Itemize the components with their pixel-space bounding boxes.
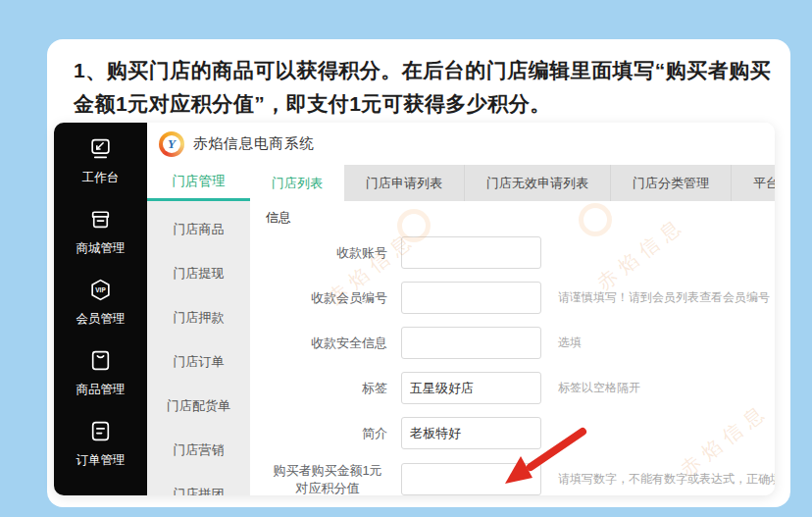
sidebar-item-label: 商品管理 <box>76 382 126 398</box>
form-row-tags: 标签 标签以空格隔开 <box>268 372 775 404</box>
secondary-sidebar: 门店管理 门店商品 门店提现 门店押款 门店订单 门店配货单 门店营销 门店拼团 <box>147 165 250 495</box>
field-label: 收款会员编号 <box>268 289 401 307</box>
mall-icon <box>88 207 113 235</box>
form-content: 赤焰信息 赤焰信息 赤焰信息 信息 收款账号 <box>250 201 775 495</box>
app-header: Y 赤焰信息电商系统 <box>147 123 775 165</box>
tab-store-applications[interactable]: 门店申请列表 <box>344 165 465 201</box>
field-hint: 标签以空格隔开 <box>558 380 640 396</box>
sidebar-item-label: 会员管理 <box>76 311 126 328</box>
panel-body: 门店管理 门店商品 门店提现 门店押款 门店订单 门店配货单 门店营销 门店拼团… <box>147 165 775 495</box>
form-row-payee-member-id: 收款会员编号 请谨慎填写！请到会员列表查看会员编号 <box>268 282 775 314</box>
primary-sidebar: 工作台 商城管理 VIP 会员管理 商品管理 <box>54 123 147 495</box>
form-row-payee-account: 收款账号 <box>268 236 775 269</box>
nav-store-withdraw[interactable]: 门店提现 <box>147 251 250 295</box>
nav-store-goods[interactable]: 门店商品 <box>147 207 250 251</box>
field-label: 标签 <box>268 380 401 397</box>
field-hint: 请填写数字，不能有数字或表达式，正确填 <box>558 471 775 488</box>
sidebar-item-label: 工作台 <box>82 170 120 186</box>
sidebar-item-label: 订单管理 <box>76 452 126 469</box>
field-hint: 请谨慎填写！请到会员列表查看会员编号 <box>558 289 770 306</box>
store-edit-form: 收款账号 收款会员编号 请谨慎填写！请到会员列表查看会员编号 收款安全信息 <box>250 227 775 495</box>
sidebar-item-members[interactable]: VIP 会员管理 <box>54 274 147 331</box>
nav-store-dispatch[interactable]: 门店配货单 <box>147 384 250 428</box>
panel-right: Y 赤焰信息电商系统 门店管理 门店商品 门店提现 门店押款 门店订单 门店配货… <box>147 123 775 495</box>
nav-store-management[interactable]: 门店管理 <box>147 165 250 201</box>
payee-member-id-input[interactable] <box>401 282 541 314</box>
field-label: 简介 <box>268 425 401 442</box>
form-row-intro: 简介 <box>268 417 775 449</box>
field-label: 收款账号 <box>268 244 401 262</box>
payee-account-input[interactable] <box>401 236 541 269</box>
field-label: 购买者购买金额1元对应积分值 <box>268 462 401 495</box>
tab-store-invalid-applications[interactable]: 门店无效申请列表 <box>465 165 611 201</box>
sidebar-item-workbench[interactable]: 工作台 <box>54 132 147 189</box>
admin-screenshot-panel: 工作台 商城管理 VIP 会员管理 商品管理 <box>54 123 775 495</box>
vip-icon: VIP <box>88 278 113 306</box>
field-label: 收款安全信息 <box>268 335 401 352</box>
tab-platform-collect[interactable]: 平台收 <box>732 165 775 201</box>
brand-logo-icon: Y <box>159 131 184 157</box>
nav-store-orders[interactable]: 门店订单 <box>147 339 250 384</box>
sidebar-item-mall[interactable]: 商城管理 <box>54 203 147 260</box>
nav-store-marketing[interactable]: 门店营销 <box>147 428 250 472</box>
tab-store-categories[interactable]: 门店分类管理 <box>611 165 732 201</box>
tutorial-card: 1、购买门店的商品可以获得积分。在后台的门店编辑里面填写“购买者购买金额1元对应… <box>47 39 790 507</box>
sidebar-item-orders[interactable]: 订单管理 <box>54 415 147 472</box>
field-hint: 选填 <box>558 335 582 351</box>
goods-icon <box>88 348 113 377</box>
svg-text:VIP: VIP <box>95 286 106 293</box>
section-title: 信息 <box>250 201 775 227</box>
tags-input[interactable] <box>401 372 541 404</box>
tab-store-list[interactable]: 门店列表 <box>250 165 344 201</box>
nav-store-groupbuy[interactable]: 门店拼团 <box>147 472 250 495</box>
secondary-nav-list: 门店商品 门店提现 门店押款 门店订单 门店配货单 门店营销 门店拼团 <box>147 201 250 495</box>
payee-security-info-input[interactable] <box>401 327 541 359</box>
form-row-payee-security-info: 收款安全信息 选填 <box>268 327 775 359</box>
sidebar-item-label: 商城管理 <box>76 240 126 257</box>
tutorial-heading: 1、购买门店的商品可以获得积分。在后台的门店编辑里面填写“购买者购买金额1元对应… <box>74 54 778 121</box>
order-icon <box>88 419 113 447</box>
form-row-points-per-yuan: 购买者购买金额1元对应积分值 请填写数字，不能有数字或表达式，正确填 <box>268 462 775 495</box>
workbench-icon <box>88 136 113 165</box>
main-area: 门店列表 门店申请列表 门店无效申请列表 门店分类管理 平台收 赤焰信息 赤焰信… <box>250 165 775 495</box>
app-title: 赤焰信息电商系统 <box>193 134 315 153</box>
page: { "heading": "1、购买门店的商品可以获得积分。在后台的门店编辑里面… <box>0 0 812 517</box>
tab-bar: 门店列表 门店申请列表 门店无效申请列表 门店分类管理 平台收 <box>250 165 775 201</box>
sidebar-item-goods[interactable]: 商品管理 <box>54 344 147 401</box>
intro-input[interactable] <box>401 417 541 449</box>
points-per-yuan-input[interactable] <box>401 463 541 495</box>
nav-store-deposit[interactable]: 门店押款 <box>147 295 250 339</box>
